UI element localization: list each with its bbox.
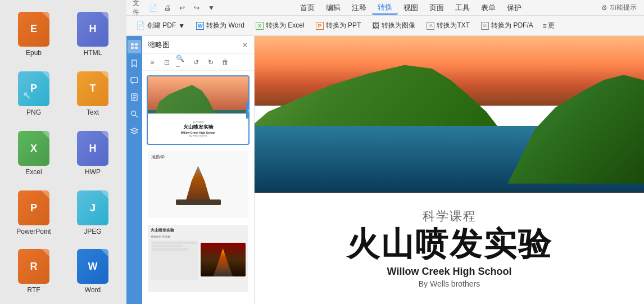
to-word-button[interactable]: W 转换为 Word (191, 19, 250, 33)
powerpoint-icon-item[interactable]: P PowerPoint (6, 185, 62, 242)
thumb-zoom-reset-icon[interactable]: ⊡ (161, 57, 173, 68)
nav-attachment-icon[interactable] (128, 90, 141, 104)
thumbnail-title: 缩略图 (148, 40, 170, 50)
thumbnail-img-2: 地质学 (148, 151, 248, 218)
nav-layers-icon[interactable] (128, 124, 141, 138)
to-excel-button[interactable]: X 转换为 Excel (251, 19, 310, 33)
to-ppt-icon: P (316, 22, 324, 30)
thumbnail-panel: 缩略图 ✕ ≡ ⊡ 🔍− ↺ ↻ 🗑 (142, 36, 255, 304)
png-icon: P ↖ (18, 71, 49, 106)
slide-title: 火山喷发实验 (347, 228, 552, 260)
thumb-delete-icon[interactable]: 🗑 (220, 57, 231, 68)
epub-icon: E (18, 12, 49, 47)
print-icon[interactable]: 🖨 (162, 2, 173, 13)
to-image-button[interactable]: 🖼 转换为图像 (367, 19, 420, 33)
rtf-icon-item[interactable]: R RTF (6, 244, 62, 298)
menu-right-area: ⚙ 功能提示 (601, 3, 641, 12)
png-icon-item[interactable]: P ↖ PNG (6, 65, 62, 122)
thumb-rotate-cw-icon[interactable]: ↻ (205, 57, 216, 68)
nav-bookmark-icon[interactable] (128, 57, 141, 70)
thumbnail-slide-2[interactable]: 地质学 (147, 149, 250, 219)
to-excel-label: 转换为 Excel (266, 21, 305, 30)
undo-icon[interactable]: ↩ (176, 2, 188, 13)
thumb-slide2-label: 地质学 (151, 154, 245, 160)
excel-icon-item[interactable]: X Excel (6, 125, 62, 182)
svg-rect-3 (135, 47, 138, 49)
thumb-slide2-volcano-wrapper (151, 163, 245, 205)
to-ppt-button[interactable]: P 转换为 PPT (311, 19, 366, 33)
document-page: 科学课程 火山喷发实验 Willow Creek High School By … (255, 36, 644, 304)
text-icon-item[interactable]: T Text (65, 65, 121, 122)
slide-subtitle: 科学课程 (423, 208, 477, 225)
svg-rect-4 (131, 78, 138, 83)
thumbnail-expand-btn[interactable]: ▶ (246, 102, 250, 119)
thumbnail-close-button[interactable]: ✕ (242, 40, 248, 49)
png-label: PNG (26, 108, 41, 116)
to-pdfa-button[interactable]: iA 转换为 PDF/A (476, 19, 538, 33)
thumb-menu-icon[interactable]: ≡ (147, 57, 158, 68)
excel-label: Excel (25, 168, 42, 176)
jpeg-icon-item[interactable]: J JPEG (65, 185, 121, 242)
dropdown-icon[interactable]: ▼ (206, 2, 217, 13)
nav-search-icon[interactable] (128, 107, 141, 121)
to-word-icon: W (196, 22, 204, 30)
left-nav-panel (126, 36, 142, 304)
thumbnail-toolbar: ≡ ⊡ 🔍− ↺ ↻ 🗑 (142, 54, 254, 71)
epub-label: Epub (26, 49, 42, 57)
epub-icon-item[interactable]: E Epub (6, 6, 62, 62)
svg-line-7 (135, 115, 138, 118)
word-label: Word (85, 286, 101, 294)
thumbnail-header: 缩略图 ✕ (142, 36, 254, 54)
to-excel-icon: X (256, 22, 264, 30)
to-txt-label: 转换为TXT (437, 21, 470, 30)
menu-page[interactable]: 页面 (424, 2, 450, 14)
thumb-slide3-subtitle: 神奇的科学实验 (151, 235, 246, 238)
nav-comment-icon[interactable] (128, 74, 141, 87)
file-type-sidebar: E Epub H HTML P ↖ PNG T Text X Excel H H… (0, 0, 126, 304)
create-pdf-label: 创建 PDF (147, 21, 176, 30)
svg-rect-1 (135, 43, 138, 46)
nav-thumbnail-icon[interactable] (128, 40, 141, 53)
menu-convert[interactable]: 转换 (372, 1, 398, 15)
document-view: 科学课程 火山喷发实验 Willow Creek High School By … (255, 36, 644, 304)
thumb-slide3-title: 火山喷发实验 (151, 228, 246, 233)
function-tips: 功能提示 (610, 3, 637, 12)
more-button[interactable]: ≡ 更 (539, 19, 558, 32)
thumb-slide1-bg: 科学课程 火山喷发实验 Willow Creek High School By … (148, 76, 248, 144)
menu-tools[interactable]: 工具 (450, 2, 475, 14)
settings-icon[interactable]: ⚙ (601, 4, 607, 12)
to-txt-button[interactable]: iA 转换为TXT (421, 19, 475, 33)
file-menu-label[interactable]: 文件 (133, 2, 144, 13)
more-icon: ≡ (543, 22, 547, 30)
menu-edit[interactable]: 编辑 (320, 2, 346, 14)
create-pdf-button[interactable]: 📄 创建 PDF ▼ (131, 19, 190, 33)
hwp-icon-item[interactable]: H HWP (65, 125, 121, 182)
text-icon: T (77, 71, 108, 106)
thumbnail-slide-1[interactable]: 科学课程 火山喷发实验 Willow Creek High School By … (147, 75, 250, 145)
menu-annotation[interactable]: 注释 (346, 2, 372, 14)
thumb-slide1-author: By Wells brothers (189, 134, 207, 137)
menu-view[interactable]: 视图 (398, 2, 424, 14)
thumb-rotate-ccw-icon[interactable]: ↺ (191, 57, 202, 68)
thumbnail-slide-3[interactable]: 火山喷发实验 神奇的科学实验 (147, 224, 250, 293)
more-label: 更 (548, 21, 555, 30)
menu-protect[interactable]: 保护 (501, 2, 527, 14)
rtf-icon: R (18, 249, 49, 284)
powerpoint-label: PowerPoint (16, 228, 51, 235)
create-pdf-dropdown: ▼ (178, 22, 185, 30)
text-label: Text (87, 108, 99, 116)
thumb-slide1-title: 火山喷发实验 (183, 124, 214, 131)
excel-icon: X (18, 131, 49, 166)
menu-form[interactable]: 表单 (475, 2, 501, 14)
file-icon[interactable]: 📄 (147, 2, 158, 13)
to-pdfa-label: 转换为 PDF/A (491, 21, 533, 30)
redo-icon[interactable]: ↪ (191, 2, 202, 13)
svg-rect-2 (131, 47, 134, 49)
to-word-label: 转换为 Word (206, 21, 244, 30)
thumb-zoom-out-icon[interactable]: 🔍− (176, 57, 187, 68)
to-txt-icon: iA (427, 22, 434, 30)
html-icon-item[interactable]: H HTML (65, 6, 121, 62)
word-icon-item[interactable]: W Word (65, 244, 121, 298)
to-pdfa-icon: iA (481, 22, 489, 30)
menu-shouye[interactable]: 首页 (294, 2, 320, 14)
